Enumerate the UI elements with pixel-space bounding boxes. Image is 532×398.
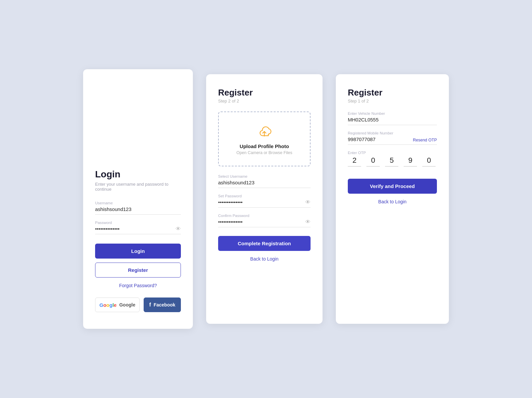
mobile-input-wrap: Resend OTP	[348, 136, 437, 145]
reg-username-input-wrap	[218, 180, 311, 188]
password-field-group: Password 👁	[95, 221, 181, 234]
reg-username-field-group: Select Username	[218, 174, 311, 188]
verify-proceed-button[interactable]: Verify and Proceed	[348, 179, 437, 194]
complete-registration-button[interactable]: Complete Registration	[218, 236, 311, 251]
google-label: Google	[119, 302, 135, 307]
reg-confirm-field-group: Confirm Password 👁	[218, 214, 311, 227]
register-step1-back-link[interactable]: Back to Login	[348, 199, 437, 204]
resend-otp-link[interactable]: Resend OTP	[413, 138, 437, 142]
upload-title: Upload Profile Photo	[240, 143, 289, 149]
reg-confirm-eye-icon[interactable]: 👁	[305, 219, 311, 225]
otp-label: Enter OTP	[348, 151, 437, 155]
login-card: Login Enter your username and password t…	[83, 69, 193, 329]
reg-password-input[interactable]	[218, 199, 311, 205]
username-input-wrap	[95, 206, 181, 215]
vehicle-input[interactable]	[348, 117, 437, 122]
login-button[interactable]: Login	[95, 244, 181, 259]
password-input[interactable]	[95, 226, 181, 232]
social-login-row: Google Google f Facebook	[95, 298, 181, 312]
upload-area[interactable]: Upload Profile Photo Open Camera or Brow…	[218, 111, 311, 166]
reg-password-eye-icon[interactable]: 👁	[305, 199, 311, 205]
reg-confirm-input-wrap: 👁	[218, 219, 311, 227]
otp-digit-1[interactable]	[348, 156, 361, 167]
login-title: Login	[95, 169, 181, 180]
otp-digit-2[interactable]	[366, 156, 380, 167]
vehicle-label: Enter Vehicle Number	[348, 111, 437, 115]
username-label: Username	[95, 201, 181, 205]
password-label: Password	[95, 221, 181, 225]
reg-password-label: Set Password	[218, 194, 311, 198]
reg-confirm-input[interactable]	[218, 219, 311, 225]
register-step2-title: Register	[218, 88, 311, 98]
google-icon: Google	[99, 302, 117, 308]
facebook-label: Facebook	[154, 302, 175, 307]
otp-field-group: Enter OTP	[348, 151, 437, 167]
forgot-password-link[interactable]: Forgot Password?	[95, 283, 181, 288]
otp-digit-3[interactable]	[385, 156, 398, 167]
reg-password-input-wrap: 👁	[218, 199, 311, 208]
vehicle-input-wrap	[348, 117, 437, 125]
reg-password-field-group: Set Password 👁	[218, 194, 311, 208]
register-step2-back-link[interactable]: Back to Login	[218, 256, 311, 262]
register-step2-card: Register Step 2 of 2 Upload Profile Phot…	[206, 74, 323, 324]
register-step2-step: Step 2 of 2	[218, 99, 311, 103]
mobile-field-group: Registered Mobile Number Resend OTP	[348, 131, 437, 145]
vehicle-field-group: Enter Vehicle Number	[348, 111, 437, 125]
otp-digit-5[interactable]	[422, 156, 436, 167]
google-login-button[interactable]: Google Google	[95, 298, 140, 312]
otp-digit-4[interactable]	[404, 156, 417, 167]
register-step1-step: Step 1 of 2	[348, 99, 437, 103]
register-step1-card: Register Step 1 of 2 Enter Vehicle Numbe…	[336, 74, 449, 324]
mobile-label: Registered Mobile Number	[348, 131, 437, 135]
reg-confirm-label: Confirm Password	[218, 214, 311, 218]
facebook-icon: f	[149, 302, 151, 308]
upload-sub: Open Camera or Browse Files	[236, 150, 292, 155]
reg-username-label: Select Username	[218, 174, 311, 178]
password-eye-icon[interactable]: 👁	[176, 226, 181, 232]
username-input[interactable]	[95, 206, 181, 212]
register-button[interactable]: Register	[95, 263, 181, 278]
register-step1-title: Register	[348, 88, 437, 98]
login-subtitle: Enter your username and password to cont…	[95, 182, 181, 192]
otp-digits-row	[348, 156, 437, 167]
facebook-login-button[interactable]: f Facebook	[144, 298, 181, 312]
reg-username-input[interactable]	[218, 180, 311, 185]
password-input-wrap: 👁	[95, 226, 181, 234]
upload-icon	[256, 123, 273, 140]
username-field-group: Username	[95, 201, 181, 215]
